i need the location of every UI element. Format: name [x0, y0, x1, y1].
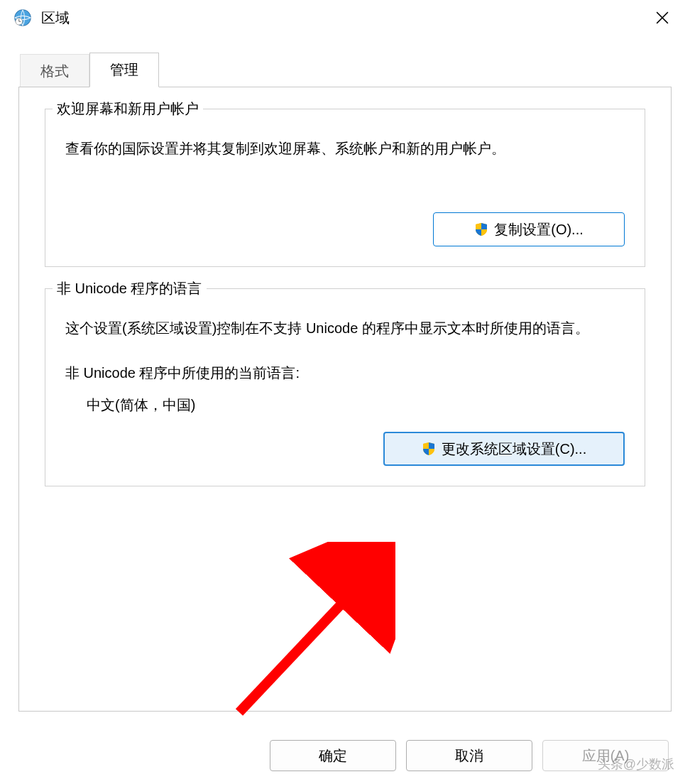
- group-non-unicode-desc: 这个设置(系统区域设置)控制在不支持 Unicode 的程序中显示文本时所使用的…: [65, 316, 625, 341]
- window-title: 区域: [41, 9, 70, 28]
- tab-strip: 格式 管理: [20, 53, 672, 87]
- dialog-button-row: 确定 取消 应用(A): [270, 740, 669, 771]
- close-button[interactable]: [645, 0, 680, 36]
- cancel-button[interactable]: 取消: [406, 740, 532, 771]
- group-welcome-desc: 查看你的国际设置并将其复制到欢迎屏幕、系统帐户和新的用户帐户。: [65, 136, 625, 161]
- change-system-locale-label: 更改系统区域设置(C)...: [442, 440, 586, 459]
- annotation-arrow-icon: [211, 542, 395, 726]
- tab-panel-admin: 欢迎屏幕和新用户帐户 查看你的国际设置并将其复制到欢迎屏幕、系统帐户和新的用户帐…: [18, 87, 672, 712]
- change-system-locale-button[interactable]: 更改系统区域设置(C)...: [383, 432, 625, 466]
- group-non-unicode-legend: 非 Unicode 程序的语言: [53, 279, 207, 298]
- cancel-label: 取消: [455, 748, 483, 763]
- tab-formats-label: 格式: [40, 63, 69, 79]
- group-welcome-screen: 欢迎屏幕和新用户帐户 查看你的国际设置并将其复制到欢迎屏幕、系统帐户和新的用户帐…: [45, 109, 645, 267]
- dialog-content: 格式 管理 欢迎屏幕和新用户帐户 查看你的国际设置并将其复制到欢迎屏幕、系统帐户…: [0, 36, 690, 712]
- group-non-unicode: 非 Unicode 程序的语言 这个设置(系统区域设置)控制在不支持 Unico…: [45, 288, 645, 486]
- group-welcome-legend: 欢迎屏幕和新用户帐户: [53, 99, 203, 119]
- uac-shield-icon: [474, 222, 488, 236]
- current-locale-value: 中文(简体，中国): [87, 396, 625, 415]
- region-globe-icon: [13, 8, 33, 28]
- uac-shield-icon: [422, 442, 436, 456]
- svg-line-7: [239, 584, 360, 712]
- copy-settings-button[interactable]: 复制设置(O)...: [433, 212, 625, 246]
- ok-button[interactable]: 确定: [270, 740, 396, 771]
- current-locale-label: 非 Unicode 程序中所使用的当前语言:: [65, 364, 625, 383]
- tab-admin[interactable]: 管理: [89, 53, 159, 87]
- copy-settings-label: 复制设置(O)...: [494, 220, 584, 239]
- tab-admin-label: 管理: [110, 62, 138, 77]
- apply-button[interactable]: 应用(A): [542, 740, 669, 771]
- title-bar: 区域: [0, 0, 690, 36]
- ok-label: 确定: [319, 748, 347, 763]
- tab-formats[interactable]: 格式: [20, 54, 89, 87]
- apply-label: 应用(A): [582, 748, 630, 763]
